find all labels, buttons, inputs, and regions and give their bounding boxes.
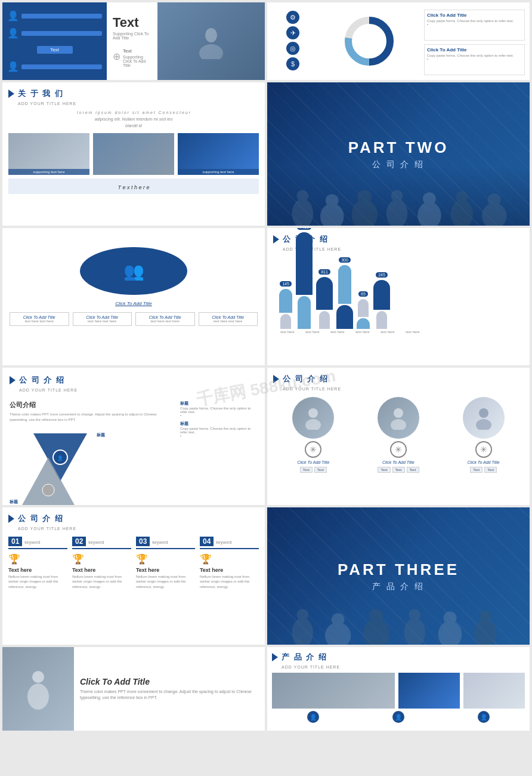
slide-10-people (267, 597, 530, 645)
slide-12: 产 品 介 绍 ADD YOUR TITLE HERE 👤 👤 👤 (267, 647, 530, 731)
slide-8-tag-1-2: Text (314, 467, 327, 473)
slide-1-button[interactable]: Text (37, 46, 73, 54)
num-text-2: Text here (72, 567, 95, 573)
chart-bar-5 (358, 299, 369, 317)
slide-8-link-1[interactable]: Click To Add Title (297, 460, 329, 464)
slide-11-desc: Theme color makes PPT more convenient to… (80, 689, 259, 701)
slide-5-box-1: Click To Add Title text here text here (10, 312, 69, 326)
slide-5-box-3-sub: text here text here (138, 319, 192, 323)
slide-3-header: 关 于 我 们 (8, 88, 259, 99)
svg-point-5 (357, 29, 381, 53)
dollar-icon: $ (286, 57, 299, 70)
slide-5-box-4-sub: text here text here (202, 319, 255, 323)
slide-9-arrow (8, 515, 14, 523)
num-item-2-header: 02 keyword (72, 537, 104, 546)
slide-5: 👥 Click To Add Title Click To Add Title … (2, 228, 265, 365)
slide-4-part-title: PART TWO (348, 138, 449, 157)
slide-7-section-title: 公司介绍 (10, 401, 174, 409)
slide-12-bottom: 👤 👤 👤 (272, 711, 525, 723)
svg-point-6 (292, 199, 314, 226)
bar-3 (21, 64, 102, 69)
slide-12-title: 产 品 介 绍 (282, 652, 327, 663)
slide-7-content: 公司介绍 Theme color makes PPT more convenie… (10, 401, 258, 505)
svg-point-37 (404, 618, 425, 645)
slide-2-box-1-title: Click To Add Title (427, 13, 522, 18)
slide-12-icon-col-1: 👤 (272, 711, 354, 723)
chart-bar-4b (336, 305, 353, 329)
chart-label-5: 65 (358, 291, 368, 297)
slide-1: 👤 👤 Text 👤 Text Supporting Click To Add … (2, 2, 265, 80)
slide-5-box-4-title: Click To Add Title (202, 315, 255, 319)
donut-chart (342, 14, 396, 68)
slide-10-part-title: PART THREE (338, 561, 459, 579)
person-icon-col1 (301, 406, 325, 430)
slide-12-icon-col-3: 👤 (443, 711, 525, 723)
slide-8-col-1: ✳ Click To Add Title Text Text (273, 397, 354, 473)
num-item-2: 02 keyword 🏆 Text here Nellum lorem maki… (72, 537, 131, 589)
svg-point-1 (199, 44, 223, 59)
chart-bar-3 (316, 277, 333, 310)
chart-group-2: 7450 (296, 228, 313, 329)
chart-x-4: text here (354, 330, 371, 334)
slide-9-title: 公 司 介 绍 (18, 513, 64, 524)
num-badge-4: 04 (200, 537, 214, 546)
svg-point-28 (391, 419, 406, 430)
svg-point-44 (27, 683, 49, 710)
slide-4-part-subtitle: 公 司 介 绍 (348, 159, 449, 170)
num-kw-top-2: keyword (88, 540, 104, 544)
slide-4: PART TWO 公 司 介 绍 (267, 82, 530, 226)
chart-label-6: 245 (376, 272, 388, 278)
slide-1-sub-group: Text Supporting Click To Add Title (123, 45, 151, 67)
svg-point-32 (296, 609, 308, 621)
slide-3-img-2 (93, 133, 174, 175)
slide-8-tag-2-1: Text (378, 467, 390, 473)
slide-5-box-3-title: Click To Add Title (138, 315, 192, 319)
slide-9-subtitle: ADD YOUR TITLE HERE (18, 526, 259, 531)
slide-7-desc: Theme color makes PPT more convenient to… (10, 412, 174, 423)
num-badge-3: 03 (136, 537, 150, 546)
compass-icon: ⊕ (113, 51, 120, 62)
slide-3-img-3: supporting text here (178, 133, 259, 175)
slide-2-box-1-bullet: • (427, 23, 522, 26)
person-icon-2: 👤 (7, 27, 19, 39)
slide-7-point-2: 标题 Copy paste forms. Choose the only opt… (180, 421, 258, 438)
slide-8-subtitle: ADD YOUR TITLE HERE (283, 387, 524, 391)
slide-5-link[interactable]: Click To Add Title (115, 301, 152, 306)
num-sep-1 (8, 548, 67, 549)
chart-group-4: 300 (336, 257, 353, 329)
slide-4-content: PART TWO 公 司 介 绍 (348, 138, 449, 170)
slide-8-photo-2 (378, 397, 419, 439)
slide-11-photo-inner (2, 647, 74, 731)
chart-x-2: text here (304, 330, 321, 334)
slide-12-img-3 (463, 673, 525, 709)
slide-8-photo-3 (463, 397, 505, 439)
chart-bar-4 (338, 265, 351, 304)
slide-9-header: 公 司 介 绍 (8, 513, 259, 524)
chart-bar-1 (279, 289, 292, 313)
slide-3-images: supporting text here supporting text her… (8, 133, 259, 175)
chart-bar-5b (357, 318, 370, 329)
svg-point-39 (438, 621, 462, 645)
slide-8-tag-2-2: Text (392, 467, 405, 473)
chart-x-labels: text here text here text here text here … (273, 330, 524, 334)
business-photo-1 (157, 2, 265, 80)
tri-label-1: 标题 (97, 432, 105, 438)
chart-group-6: 245 (373, 272, 390, 329)
bar-2 (21, 31, 102, 36)
slide-7-point-2-body: Copy paste forms. Choose the only option… (180, 427, 258, 434)
slide-8-link-2[interactable]: Click To Add Title (382, 460, 415, 464)
svg-point-30 (476, 419, 491, 430)
slide-3-subtitle: ADD YOUR TITLE HERE (18, 101, 259, 106)
svg-point-42 (480, 610, 491, 622)
svg-marker-21 (16, 457, 81, 505)
slide-1-row-3: 👤 (7, 61, 102, 72)
num-badge-1: 01 (8, 537, 22, 546)
snowflake-icon-3: ✳ (475, 441, 492, 458)
slide-2: ⚙ ✈ ◎ $ Click To Add Title Copy paste fo… (267, 2, 530, 80)
chart-label-1: 145 (280, 281, 292, 287)
slide-2-icons-col: ⚙ ✈ ◎ $ (272, 7, 314, 75)
slide-8-link-3[interactable]: Click To Add Title (468, 460, 500, 464)
svg-point-26 (305, 419, 321, 430)
slide-2-box-2-title: Click To Add Title (427, 47, 522, 53)
trophy-icon-4: 🏆 (200, 553, 212, 565)
